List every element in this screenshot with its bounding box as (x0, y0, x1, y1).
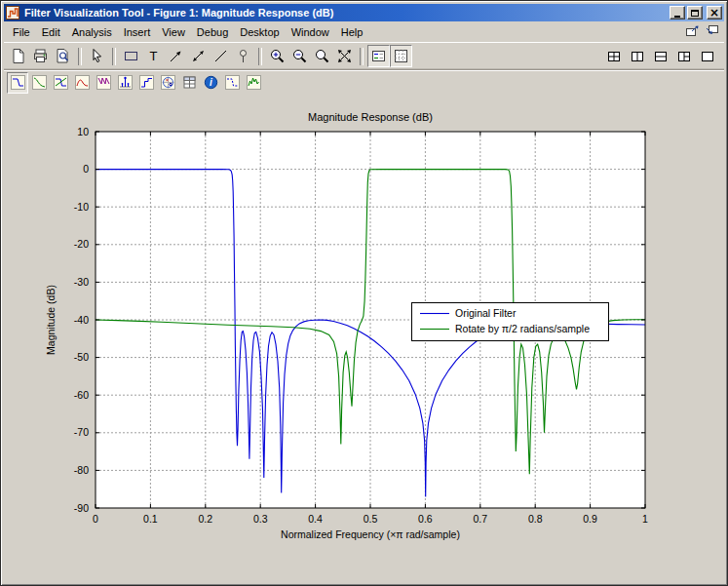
toggle-legend-button[interactable] (367, 45, 390, 67)
x-tick-label: 0.2 (198, 513, 212, 525)
figure-toolbar: T (4, 42, 724, 69)
step-response-icon (138, 74, 155, 91)
toggle-grid-icon (393, 48, 409, 64)
magnitude-estimate-button[interactable] (221, 72, 243, 94)
zoom-in-button[interactable] (266, 45, 288, 67)
round-off-noise-spectrum-icon (246, 74, 262, 91)
zoom-out-button[interactable] (288, 45, 311, 67)
insert-double-arrow-icon (190, 48, 207, 64)
menu-item-desktop[interactable]: Desktop (234, 24, 285, 40)
insert-rectangle-button[interactable] (120, 45, 142, 67)
y-tick-label: 0 (83, 163, 89, 175)
menu-item-help[interactable]: Help (335, 24, 369, 40)
print-preview-button[interactable] (52, 45, 74, 67)
phase-delay-response-button[interactable] (93, 72, 114, 94)
group-delay-response-button[interactable] (71, 72, 93, 94)
layout-split-horizontal-button[interactable] (649, 45, 671, 67)
titlebar[interactable]: Filter Visualization Tool - Figure 1: Ma… (4, 4, 724, 21)
x-axis-label: Normalized Frequency (×π rad/sample) (281, 528, 460, 540)
x-tick-label: 0.8 (528, 513, 543, 525)
new-document-button[interactable] (7, 45, 29, 67)
new-document-icon (10, 48, 26, 64)
round-off-noise-spectrum-button[interactable] (243, 72, 264, 94)
x-tick-label: 0 (93, 513, 98, 525)
toggle-legend-icon (370, 48, 387, 64)
toolbar-separator (258, 48, 262, 65)
print-button[interactable] (29, 45, 52, 67)
magnitude-estimate-icon (224, 74, 241, 91)
undock-figure-button[interactable] (684, 23, 701, 41)
close-icon: × (709, 8, 719, 18)
magnitude-phase-response-button[interactable] (50, 72, 71, 94)
toggle-grid-button[interactable] (390, 45, 412, 67)
close-button[interactable]: × (707, 6, 722, 20)
menu-item-file[interactable]: File (7, 24, 36, 40)
phase-response-button[interactable] (28, 72, 50, 94)
print-preview-icon (55, 48, 71, 64)
step-response-button[interactable] (135, 72, 157, 94)
insert-text-icon: T (145, 48, 162, 64)
edit-plot-button[interactable] (86, 45, 108, 67)
phase-delay-response-icon (96, 74, 112, 91)
menubar: FileEditAnalysisInsertViewDebugDesktopWi… (4, 21, 724, 42)
filter-info-icon: i (203, 74, 219, 91)
toolbar-separator (360, 48, 364, 65)
undock-figure-icon (685, 24, 700, 40)
menu-item-analysis[interactable]: Analysis (66, 24, 118, 40)
pin-to-axes-button[interactable] (232, 45, 254, 67)
magnitude-response-plot: 00.10.20.30.40.50.60.70.80.91100-10-20-3… (4, 95, 724, 582)
y-tick-label: -30 (74, 276, 89, 288)
y-axis-label: Magnitude (dB) (45, 285, 57, 355)
impulse-response-button[interactable] (114, 72, 135, 94)
maximize-button[interactable] (687, 6, 703, 20)
svg-text:×: × (165, 77, 169, 83)
insert-double-arrow-button[interactable] (187, 45, 210, 67)
x-tick-label: 0.4 (308, 513, 323, 525)
zoom-full-view-icon (314, 48, 330, 64)
y-tick-label: 10 (77, 126, 89, 137)
impulse-response-icon (117, 74, 134, 91)
menu-item-insert[interactable]: Insert (118, 24, 157, 40)
layout-single-button[interactable] (696, 45, 718, 67)
pole-zero-plot-button[interactable]: × (157, 72, 178, 94)
y-tick-label: -10 (74, 201, 89, 213)
fvtool-window: Filter Visualization Tool - Figure 1: Ma… (0, 0, 728, 586)
zoom-out-icon (291, 48, 308, 64)
layout-split-custom-button[interactable] (672, 45, 695, 67)
x-tick-label: 0.6 (418, 513, 433, 525)
filter-coefficients-button[interactable] (178, 72, 200, 94)
pin-to-axes-icon (235, 48, 251, 64)
legend-entry-label: Rotate by π/2 radians/sample (455, 323, 590, 334)
menu-item-window[interactable]: Window (286, 24, 335, 40)
menu-item-edit[interactable]: Edit (36, 24, 66, 40)
restore-view-icon (336, 48, 353, 64)
x-tick-label: 0.3 (253, 513, 268, 525)
legend[interactable]: Original FilterRotate by π/2 radians/sam… (412, 303, 609, 341)
filter-coefficients-icon (181, 74, 198, 91)
dock-figure-button[interactable] (704, 23, 720, 41)
filter-info-button[interactable]: i (200, 72, 221, 94)
x-tick-label: 0.9 (583, 513, 597, 525)
insert-text-button[interactable]: T (142, 45, 165, 67)
layout-split-vertical-button[interactable] (626, 45, 648, 67)
pole-zero-plot-icon: × (160, 74, 176, 91)
y-tick-label: -50 (74, 351, 89, 363)
minimize-icon (674, 16, 680, 18)
minimize-button[interactable] (670, 6, 685, 20)
group-delay-response-icon (74, 74, 91, 91)
print-icon (32, 48, 49, 64)
magnitude-response-button[interactable] (7, 72, 28, 94)
menu-item-debug[interactable]: Debug (191, 24, 234, 40)
insert-arrow-button[interactable] (165, 45, 187, 67)
menu-item-view[interactable]: View (156, 24, 191, 40)
layout-split-custom-icon (677, 50, 691, 63)
layout-split-horizontal-icon (654, 50, 668, 63)
zoom-full-view-button[interactable] (311, 45, 333, 67)
maximize-icon (691, 10, 699, 17)
layout-grid-2x2-button[interactable] (602, 45, 625, 67)
restore-view-button[interactable] (333, 45, 356, 67)
svg-text:i: i (210, 77, 212, 88)
y-tick-label: -80 (74, 464, 89, 476)
analysis-toolbar: ×i (4, 69, 724, 95)
insert-line-button[interactable] (210, 45, 232, 67)
